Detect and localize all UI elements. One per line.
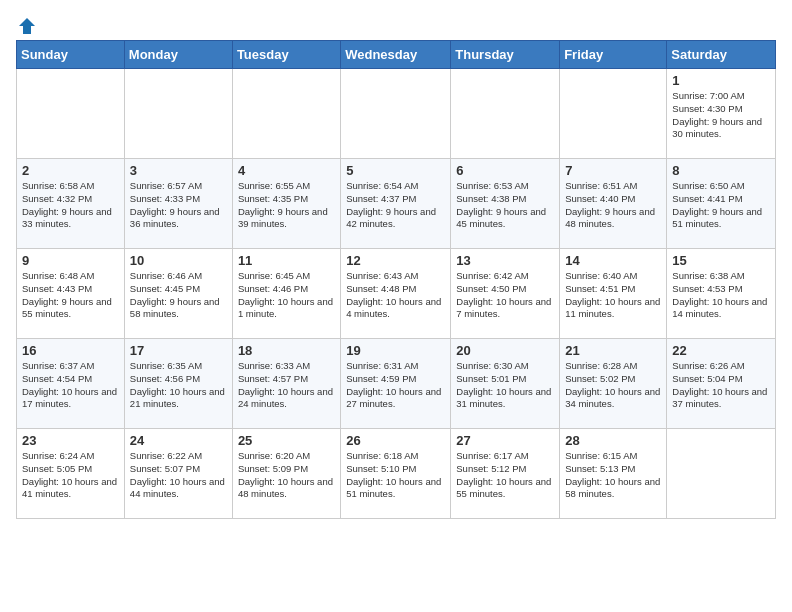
calendar-week-row: 16Sunrise: 6:37 AM Sunset: 4:54 PM Dayli… — [17, 339, 776, 429]
day-number: 18 — [238, 343, 335, 358]
day-info: Sunrise: 6:31 AM Sunset: 4:59 PM Dayligh… — [346, 360, 445, 411]
day-info: Sunrise: 6:45 AM Sunset: 4:46 PM Dayligh… — [238, 270, 335, 321]
day-number: 12 — [346, 253, 445, 268]
day-number: 7 — [565, 163, 661, 178]
calendar-cell: 4Sunrise: 6:55 AM Sunset: 4:35 PM Daylig… — [232, 159, 340, 249]
weekday-header-monday: Monday — [124, 41, 232, 69]
day-number: 16 — [22, 343, 119, 358]
calendar-cell: 27Sunrise: 6:17 AM Sunset: 5:12 PM Dayli… — [451, 429, 560, 519]
weekday-header-saturday: Saturday — [667, 41, 776, 69]
calendar-cell: 19Sunrise: 6:31 AM Sunset: 4:59 PM Dayli… — [341, 339, 451, 429]
day-info: Sunrise: 6:20 AM Sunset: 5:09 PM Dayligh… — [238, 450, 335, 501]
day-number: 21 — [565, 343, 661, 358]
calendar-cell: 24Sunrise: 6:22 AM Sunset: 5:07 PM Dayli… — [124, 429, 232, 519]
calendar-cell — [560, 69, 667, 159]
calendar-cell: 8Sunrise: 6:50 AM Sunset: 4:41 PM Daylig… — [667, 159, 776, 249]
day-number: 25 — [238, 433, 335, 448]
calendar-cell: 6Sunrise: 6:53 AM Sunset: 4:38 PM Daylig… — [451, 159, 560, 249]
day-number: 3 — [130, 163, 227, 178]
day-info: Sunrise: 6:58 AM Sunset: 4:32 PM Dayligh… — [22, 180, 119, 231]
calendar-cell: 17Sunrise: 6:35 AM Sunset: 4:56 PM Dayli… — [124, 339, 232, 429]
day-info: Sunrise: 6:28 AM Sunset: 5:02 PM Dayligh… — [565, 360, 661, 411]
calendar-cell — [17, 69, 125, 159]
day-number: 26 — [346, 433, 445, 448]
day-number: 15 — [672, 253, 770, 268]
day-info: Sunrise: 6:15 AM Sunset: 5:13 PM Dayligh… — [565, 450, 661, 501]
day-info: Sunrise: 6:43 AM Sunset: 4:48 PM Dayligh… — [346, 270, 445, 321]
calendar-cell: 20Sunrise: 6:30 AM Sunset: 5:01 PM Dayli… — [451, 339, 560, 429]
day-info: Sunrise: 6:42 AM Sunset: 4:50 PM Dayligh… — [456, 270, 554, 321]
calendar-cell: 11Sunrise: 6:45 AM Sunset: 4:46 PM Dayli… — [232, 249, 340, 339]
logo — [16, 16, 38, 32]
calendar-cell: 14Sunrise: 6:40 AM Sunset: 4:51 PM Dayli… — [560, 249, 667, 339]
day-number: 4 — [238, 163, 335, 178]
calendar-cell: 25Sunrise: 6:20 AM Sunset: 5:09 PM Dayli… — [232, 429, 340, 519]
calendar-cell — [451, 69, 560, 159]
day-info: Sunrise: 6:46 AM Sunset: 4:45 PM Dayligh… — [130, 270, 227, 321]
day-number: 6 — [456, 163, 554, 178]
day-number: 13 — [456, 253, 554, 268]
day-number: 14 — [565, 253, 661, 268]
calendar-cell: 16Sunrise: 6:37 AM Sunset: 4:54 PM Dayli… — [17, 339, 125, 429]
day-info: Sunrise: 6:53 AM Sunset: 4:38 PM Dayligh… — [456, 180, 554, 231]
day-number: 17 — [130, 343, 227, 358]
calendar-cell: 1Sunrise: 7:00 AM Sunset: 4:30 PM Daylig… — [667, 69, 776, 159]
day-info: Sunrise: 6:51 AM Sunset: 4:40 PM Dayligh… — [565, 180, 661, 231]
day-number: 2 — [22, 163, 119, 178]
day-info: Sunrise: 6:17 AM Sunset: 5:12 PM Dayligh… — [456, 450, 554, 501]
calendar-cell — [124, 69, 232, 159]
calendar-cell: 7Sunrise: 6:51 AM Sunset: 4:40 PM Daylig… — [560, 159, 667, 249]
weekday-header-friday: Friday — [560, 41, 667, 69]
calendar-cell: 15Sunrise: 6:38 AM Sunset: 4:53 PM Dayli… — [667, 249, 776, 339]
day-info: Sunrise: 6:57 AM Sunset: 4:33 PM Dayligh… — [130, 180, 227, 231]
weekday-header-wednesday: Wednesday — [341, 41, 451, 69]
day-info: Sunrise: 6:48 AM Sunset: 4:43 PM Dayligh… — [22, 270, 119, 321]
calendar-cell: 13Sunrise: 6:42 AM Sunset: 4:50 PM Dayli… — [451, 249, 560, 339]
calendar-week-row: 9Sunrise: 6:48 AM Sunset: 4:43 PM Daylig… — [17, 249, 776, 339]
calendar-cell: 12Sunrise: 6:43 AM Sunset: 4:48 PM Dayli… — [341, 249, 451, 339]
day-info: Sunrise: 6:54 AM Sunset: 4:37 PM Dayligh… — [346, 180, 445, 231]
calendar-cell: 23Sunrise: 6:24 AM Sunset: 5:05 PM Dayli… — [17, 429, 125, 519]
calendar-cell: 9Sunrise: 6:48 AM Sunset: 4:43 PM Daylig… — [17, 249, 125, 339]
logo-icon — [17, 16, 37, 36]
day-info: Sunrise: 6:40 AM Sunset: 4:51 PM Dayligh… — [565, 270, 661, 321]
calendar-cell: 28Sunrise: 6:15 AM Sunset: 5:13 PM Dayli… — [560, 429, 667, 519]
calendar-cell: 2Sunrise: 6:58 AM Sunset: 4:32 PM Daylig… — [17, 159, 125, 249]
day-number: 1 — [672, 73, 770, 88]
day-info: Sunrise: 6:35 AM Sunset: 4:56 PM Dayligh… — [130, 360, 227, 411]
calendar-cell: 10Sunrise: 6:46 AM Sunset: 4:45 PM Dayli… — [124, 249, 232, 339]
day-info: Sunrise: 6:30 AM Sunset: 5:01 PM Dayligh… — [456, 360, 554, 411]
calendar-cell: 3Sunrise: 6:57 AM Sunset: 4:33 PM Daylig… — [124, 159, 232, 249]
day-number: 8 — [672, 163, 770, 178]
page-header — [16, 16, 776, 32]
day-info: Sunrise: 6:38 AM Sunset: 4:53 PM Dayligh… — [672, 270, 770, 321]
day-info: Sunrise: 6:33 AM Sunset: 4:57 PM Dayligh… — [238, 360, 335, 411]
calendar-cell — [341, 69, 451, 159]
day-info: Sunrise: 7:00 AM Sunset: 4:30 PM Dayligh… — [672, 90, 770, 141]
calendar-cell — [667, 429, 776, 519]
day-number: 24 — [130, 433, 227, 448]
day-number: 9 — [22, 253, 119, 268]
calendar-cell — [232, 69, 340, 159]
day-number: 20 — [456, 343, 554, 358]
day-info: Sunrise: 6:37 AM Sunset: 4:54 PM Dayligh… — [22, 360, 119, 411]
weekday-header-thursday: Thursday — [451, 41, 560, 69]
day-number: 10 — [130, 253, 227, 268]
weekday-header-tuesday: Tuesday — [232, 41, 340, 69]
calendar-table: SundayMondayTuesdayWednesdayThursdayFrid… — [16, 40, 776, 519]
day-number: 23 — [22, 433, 119, 448]
day-number: 19 — [346, 343, 445, 358]
calendar-cell: 21Sunrise: 6:28 AM Sunset: 5:02 PM Dayli… — [560, 339, 667, 429]
day-number: 22 — [672, 343, 770, 358]
calendar-week-row: 2Sunrise: 6:58 AM Sunset: 4:32 PM Daylig… — [17, 159, 776, 249]
calendar-week-row: 23Sunrise: 6:24 AM Sunset: 5:05 PM Dayli… — [17, 429, 776, 519]
day-info: Sunrise: 6:26 AM Sunset: 5:04 PM Dayligh… — [672, 360, 770, 411]
calendar-cell: 18Sunrise: 6:33 AM Sunset: 4:57 PM Dayli… — [232, 339, 340, 429]
svg-marker-0 — [19, 18, 35, 34]
day-number: 5 — [346, 163, 445, 178]
day-info: Sunrise: 6:50 AM Sunset: 4:41 PM Dayligh… — [672, 180, 770, 231]
day-number: 11 — [238, 253, 335, 268]
day-number: 27 — [456, 433, 554, 448]
day-info: Sunrise: 6:55 AM Sunset: 4:35 PM Dayligh… — [238, 180, 335, 231]
calendar-header-row: SundayMondayTuesdayWednesdayThursdayFrid… — [17, 41, 776, 69]
